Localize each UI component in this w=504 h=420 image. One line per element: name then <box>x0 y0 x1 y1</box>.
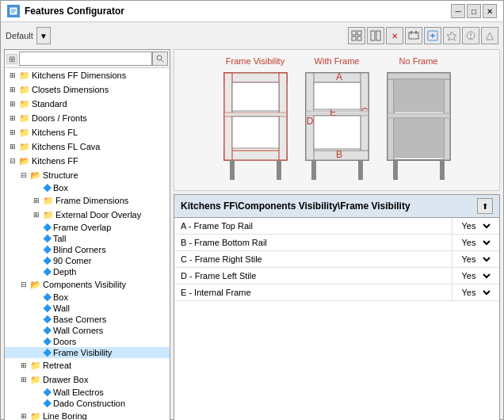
tree-label: Base Corners <box>53 315 106 324</box>
tree-item-drawer-box[interactable]: ⊞ 📁 Drawer Box <box>5 372 170 387</box>
prop-select-a[interactable]: Yes No <box>459 220 494 231</box>
prop-label-c: C - Frame Right Stile <box>174 251 452 268</box>
content-area: Default ▼ ✕ <box>1 22 503 420</box>
left-panel: ⊞ ⊞ 📁 Kitchens FF Dimensions <box>4 49 170 420</box>
svg-rect-40 <box>306 111 368 116</box>
close-button[interactable]: ✕ <box>483 4 497 18</box>
prop-value-a[interactable]: Yes No <box>452 218 499 235</box>
property-row-e: E - Internal Frame Yes No <box>174 284 499 301</box>
toolbar-icon-4[interactable] <box>405 27 422 44</box>
expand-icon[interactable]: ⊟ <box>17 169 30 181</box>
svg-rect-6 <box>352 36 356 40</box>
tree-item-structure[interactable]: ⊟ 📂 Structure <box>5 168 170 182</box>
tree-label: Dado Construction <box>53 399 125 408</box>
tree-item-standard[interactable]: ⊞ 📁 Standard <box>5 97 170 111</box>
tree-label: Doors / Fronts <box>32 113 87 123</box>
tree-item-wall-electros[interactable]: 🔷 Wall Electros <box>5 387 170 398</box>
tree-item-frame-dim[interactable]: ⊞ 📁 Frame Dimensions <box>5 193 170 208</box>
properties-collapse-button[interactable]: ⬆ <box>477 198 493 214</box>
properties-table: A - Frame Top Rail Yes No B - Frame Bott… <box>174 218 499 301</box>
tree-item-dado-construction[interactable]: 🔷 Dado Construction <box>5 398 170 409</box>
tree-item-90-comer[interactable]: 🔷 90 Comer <box>5 255 170 266</box>
features-configurator-window: Features Configurator ─ □ ✕ Default ▼ ✕ <box>0 0 504 420</box>
expand-icon[interactable]: ⊟ <box>6 155 19 167</box>
file-icon: 🔷 <box>43 315 52 323</box>
properties-panel: Kitchens FF\Components Visibility\Frame … <box>174 194 500 420</box>
expand-icon[interactable]: ⊞ <box>6 112 19 124</box>
toolbar: Default ▼ ✕ <box>4 25 500 46</box>
file-icon: 🔷 <box>43 326 52 334</box>
prop-label-b: B - Frame Bottom Rail <box>174 235 452 251</box>
tree-label: Tall <box>53 234 67 243</box>
search-button[interactable] <box>152 52 168 66</box>
expand-icon[interactable]: ⊞ <box>17 359 30 372</box>
tree-item-kitchens-fl[interactable]: ⊞ 📁 Kitchens FL <box>5 125 170 139</box>
main-area: ⊞ ⊞ 📁 Kitchens FF Dimensions <box>4 49 500 420</box>
minimize-button[interactable]: ─ <box>451 4 465 18</box>
tree-area[interactable]: ⊞ 📁 Kitchens FF Dimensions ⊞ 📁 Closets D… <box>5 68 170 420</box>
search-input[interactable] <box>19 52 152 66</box>
tree-item-wall-corners[interactable]: 🔷 Wall Corners <box>5 325 170 336</box>
tree-item-kitchens-ff[interactable]: ⊟ 📂 Kitchens FF <box>5 154 170 168</box>
expand-icon[interactable]: ⊞ <box>17 373 30 386</box>
expand-icon[interactable]: ⊞ <box>6 83 19 96</box>
toolbar-icon-2[interactable] <box>367 27 384 44</box>
tree-label: Box <box>53 292 68 302</box>
tree-item-doors-fronts[interactable]: ⊞ 📁 Doors / Fronts <box>5 111 170 125</box>
tree-item-kitchens-ff-dim[interactable]: ⊞ 📁 Kitchens FF Dimensions <box>5 68 170 82</box>
maximize-button[interactable]: □ <box>467 4 481 18</box>
property-row-b: B - Frame Bottom Rail Yes No <box>174 235 499 251</box>
tree-item-line-boring[interactable]: ⊞ 📁 Line Boring <box>5 409 170 420</box>
svg-text:D: D <box>306 116 313 127</box>
tree-item-frame-vis[interactable]: 🔷 Frame Visibility <box>5 347 170 358</box>
tree-item-ext-door-overlay[interactable]: ⊞ 📁 External Door Overlay <box>5 208 170 222</box>
property-row-c: C - Frame Right Stile Yes No <box>174 251 499 268</box>
tree-item-depth[interactable]: 🔷 Depth <box>5 266 170 277</box>
expand-icon[interactable]: ⊞ <box>30 194 43 207</box>
expand-icon[interactable]: ⊞ <box>6 97 19 110</box>
toolbar-delete-button[interactable]: ✕ <box>386 27 403 44</box>
toolbar-icon-7[interactable] <box>462 27 479 44</box>
tree-item-closets-dim[interactable]: ⊞ 📁 Closets Dimensions <box>5 82 170 97</box>
tree-item-components-vis[interactable]: ⊟ 📂 Components Visibility <box>5 277 170 292</box>
prop-select-e[interactable]: Yes No <box>459 287 494 298</box>
tree-item-box[interactable]: 🔷 Box <box>5 182 170 193</box>
tree-item-kitchens-fl-cava[interactable]: ⊞ 📁 Kitchens FL Cava <box>5 139 170 154</box>
prop-select-c[interactable]: Yes No <box>459 254 494 265</box>
toolbar-icon-8[interactable] <box>481 27 498 44</box>
expand-icon[interactable]: ⊞ <box>6 69 19 82</box>
svg-line-20 <box>162 60 164 63</box>
tree-label: Wall <box>53 304 70 313</box>
prop-value-e[interactable]: Yes No <box>452 284 499 301</box>
prop-value-b[interactable]: Yes No <box>452 235 499 251</box>
toolbar-icon-6[interactable] <box>443 27 460 44</box>
tree-item-tall[interactable]: 🔷 Tall <box>5 233 170 244</box>
tree-item-retreat[interactable]: ⊞ 📁 Retreat <box>5 358 170 372</box>
tree-item-doors[interactable]: 🔷 Doors <box>5 336 170 347</box>
folder-icon: 📁 <box>19 99 30 109</box>
prop-select-d[interactable]: Yes No <box>459 270 494 281</box>
tree-item-base-corners[interactable]: 🔷 Base Corners <box>5 314 170 325</box>
expand-icon[interactable]: ⊞ <box>30 208 43 221</box>
tree-item-wall[interactable]: 🔷 Wall <box>5 303 170 314</box>
tree-item-blind-corners[interactable]: 🔷 Blind Corners <box>5 244 170 255</box>
prop-value-c[interactable]: Yes No <box>452 251 499 268</box>
svg-rect-23 <box>224 151 287 160</box>
tree-label: Wall Corners <box>53 326 103 335</box>
toolbar-icon-5[interactable] <box>424 27 441 44</box>
dropdown-button[interactable]: ▼ <box>36 27 51 44</box>
folder-icon: 📁 <box>19 142 30 152</box>
property-row-d: D - Frame Left Stile Yes No <box>174 268 499 284</box>
expand-icon[interactable]: ⊞ <box>6 126 19 139</box>
tree-label: Kitchens FF Dimensions <box>32 71 126 80</box>
prop-value-d[interactable]: Yes No <box>452 268 499 284</box>
expand-icon[interactable]: ⊞ <box>6 140 19 153</box>
tree-item-box2[interactable]: 🔷 Box <box>5 292 170 303</box>
tree-label: Frame Overlap <box>53 223 111 232</box>
prop-select-b[interactable]: Yes No <box>459 237 494 248</box>
toolbar-icon-1[interactable] <box>348 27 365 44</box>
expand-icon[interactable]: ⊟ <box>17 278 30 291</box>
file-icon: 🔷 <box>43 304 52 312</box>
tree-item-frame-overlap[interactable]: 🔷 Frame Overlap <box>5 222 170 233</box>
expand-icon[interactable]: ⊞ <box>17 410 30 420</box>
